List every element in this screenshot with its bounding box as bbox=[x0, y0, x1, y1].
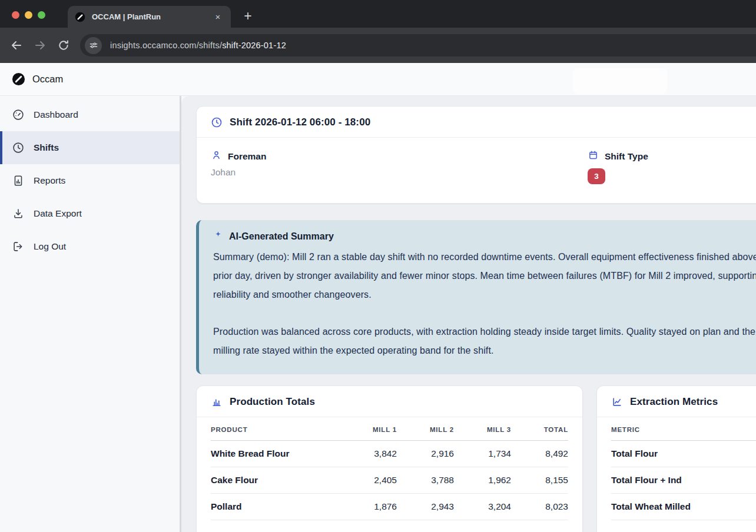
shift-type-label: Shift Type bbox=[605, 151, 648, 162]
sparkle-icon bbox=[213, 230, 223, 242]
foreman-label-row: Foreman bbox=[211, 149, 588, 163]
main-panel: Shift 2026-01-12 06:00 - 18:00 Foreman J… bbox=[181, 96, 756, 532]
sidebar-item-reports[interactable]: Reports bbox=[0, 164, 180, 197]
column-header-product: PRODUCT bbox=[211, 417, 340, 441]
extraction-metrics-table: METRIC Total Flour bbox=[611, 417, 756, 520]
line-chart-icon bbox=[611, 396, 623, 408]
person-icon bbox=[211, 149, 222, 163]
product-cell: Pollard bbox=[211, 494, 340, 520]
shift-type-block: Shift Type 3 bbox=[588, 149, 756, 184]
shift-title: Shift 2026-01-12 06:00 - 18:00 bbox=[230, 117, 370, 128]
column-header-mill1: MILL 1 bbox=[340, 417, 397, 441]
browser-tab[interactable]: OCCAM | PlantRun × bbox=[68, 6, 231, 28]
url-host-path: insights.occamco.com/shifts/ bbox=[110, 41, 222, 50]
app-header: Occam bbox=[0, 63, 756, 96]
foreman-block: Foreman Johan bbox=[211, 149, 588, 184]
forward-icon[interactable] bbox=[33, 38, 47, 52]
report-document-icon bbox=[12, 174, 25, 187]
browser-tabstrip: OCCAM | PlantRun × + bbox=[0, 0, 756, 28]
gauge-icon bbox=[12, 108, 25, 121]
mill1-cell: 2,405 bbox=[340, 467, 397, 494]
table-row: White Bread Flour 3,842 2,916 1,734 8,49… bbox=[211, 441, 568, 467]
ai-summary-paragraph-2: Production was balanced across core prod… bbox=[213, 322, 756, 360]
brand-name: Occam bbox=[32, 74, 63, 85]
header-widget[interactable] bbox=[573, 68, 667, 94]
site-settings-tune-icon[interactable] bbox=[85, 37, 102, 54]
minimize-window-button[interactable] bbox=[25, 11, 32, 19]
mill1-cell: 3,842 bbox=[340, 441, 397, 467]
clock-icon bbox=[211, 117, 223, 128]
metric-cell: Total Wheat Milled bbox=[611, 494, 756, 520]
ai-summary-line: Summary (demo): Mill 2 ran a stable day … bbox=[213, 248, 756, 267]
back-icon[interactable] bbox=[9, 38, 24, 52]
zoom-window-button[interactable] bbox=[38, 11, 45, 19]
sidebar-item-label: Shifts bbox=[34, 142, 59, 153]
ai-summary-head: AI-Generated Summary bbox=[213, 230, 756, 242]
ai-summary-title: AI-Generated Summary bbox=[229, 231, 334, 242]
ai-summary-card: AI-Generated Summary Summary (demo): Mil… bbox=[196, 220, 756, 374]
ai-summary-line: reliability and smoother changeovers. bbox=[213, 285, 756, 304]
new-tab-button[interactable]: + bbox=[239, 7, 257, 25]
table-header-row: PRODUCT MILL 1 MILL 2 MILL 3 TOTAL bbox=[211, 417, 568, 441]
shift-card-head: Shift 2026-01-12 06:00 - 18:00 bbox=[197, 107, 756, 137]
sidebar-item-log-out[interactable]: Log Out bbox=[0, 230, 180, 263]
total-cell: 8,023 bbox=[511, 494, 568, 520]
close-window-button[interactable] bbox=[12, 11, 19, 19]
extraction-metrics-card: Extraction Metrics METRIC bbox=[596, 385, 756, 532]
mill2-cell: 3,788 bbox=[397, 467, 454, 494]
extraction-metrics-head: Extraction Metrics bbox=[597, 386, 756, 417]
extraction-metrics-title: Extraction Metrics bbox=[630, 396, 718, 408]
table-row: Total Flour bbox=[611, 441, 756, 467]
total-cell: 8,492 bbox=[511, 441, 568, 467]
site-favicon bbox=[75, 12, 85, 22]
ai-summary-paragraph-1: Summary (demo): Mill 2 ran a stable day … bbox=[213, 248, 756, 304]
sidebar-item-label: Dashboard bbox=[34, 109, 78, 120]
tab-title: OCCAM | PlantRun bbox=[92, 12, 205, 21]
bar-chart-icon bbox=[211, 396, 223, 408]
total-cell: 8,155 bbox=[511, 467, 568, 494]
extraction-metrics-table-wrap: METRIC Total Flour bbox=[597, 417, 756, 532]
production-totals-table: PRODUCT MILL 1 MILL 2 MILL 3 TOTAL bbox=[211, 417, 568, 520]
shift-type-badge: 3 bbox=[588, 168, 605, 184]
column-header-mill3: MILL 3 bbox=[454, 417, 511, 441]
ai-summary-line: milling rate stayed within the expected … bbox=[213, 341, 756, 360]
url-bar[interactable]: insights.occamco.com/shifts/shift-2026-0… bbox=[80, 34, 756, 56]
ai-summary-line: Production was balanced across core prod… bbox=[213, 322, 756, 341]
url-text: insights.occamco.com/shifts/shift-2026-0… bbox=[110, 41, 286, 50]
metric-cell: Total Flour + Ind bbox=[611, 467, 756, 494]
sidebar-item-label: Data Export bbox=[34, 208, 82, 219]
reload-icon[interactable] bbox=[57, 38, 71, 52]
window-controls bbox=[12, 11, 45, 19]
main-content: Shift 2026-01-12 06:00 - 18:00 Foreman J… bbox=[196, 106, 756, 532]
metric-cell: Total Flour bbox=[611, 441, 756, 467]
production-totals-table-wrap: PRODUCT MILL 1 MILL 2 MILL 3 TOTAL bbox=[197, 417, 582, 532]
tables-row: Production Totals PRODUCT MILL 1 MILL 2 bbox=[196, 385, 756, 532]
shift-meta: Foreman Johan Shift Type 3 bbox=[197, 138, 756, 203]
calendar-icon bbox=[588, 149, 599, 163]
table-row: Pollard 1,876 2,943 3,204 8,023 bbox=[211, 494, 568, 520]
column-header-total: TOTAL bbox=[511, 417, 568, 441]
production-totals-head: Production Totals bbox=[197, 386, 582, 417]
foreman-label: Foreman bbox=[228, 151, 266, 162]
sidebar-item-label: Reports bbox=[34, 175, 65, 186]
shift-type-label-row: Shift Type bbox=[588, 149, 756, 163]
sidebar-item-shifts[interactable]: Shifts bbox=[0, 131, 180, 164]
sidebar-item-data-export[interactable]: Data Export bbox=[0, 197, 180, 230]
tab-close-icon[interactable]: × bbox=[212, 12, 224, 22]
production-totals-card: Production Totals PRODUCT MILL 1 MILL 2 bbox=[196, 385, 583, 532]
page-body: Dashboard Shifts Reports Data Export bbox=[0, 96, 756, 532]
sidebar-item-dashboard[interactable]: Dashboard bbox=[0, 98, 180, 131]
column-header-mill2: MILL 2 bbox=[397, 417, 454, 441]
sidebar: Dashboard Shifts Reports Data Export bbox=[0, 96, 181, 532]
production-totals-title: Production Totals bbox=[230, 396, 315, 408]
foreman-value: Johan bbox=[211, 167, 588, 178]
mill2-cell: 2,943 bbox=[397, 494, 454, 520]
ai-summary-line: prior day, driven by stronger availabili… bbox=[213, 267, 756, 285]
column-header-metric: METRIC bbox=[611, 417, 756, 441]
logout-icon bbox=[12, 240, 25, 253]
mill2-cell: 2,916 bbox=[397, 441, 454, 467]
download-icon bbox=[12, 207, 25, 220]
clock-icon bbox=[12, 141, 25, 154]
mill3-cell: 1,734 bbox=[454, 441, 511, 467]
table-row: Total Wheat Milled bbox=[611, 494, 756, 520]
